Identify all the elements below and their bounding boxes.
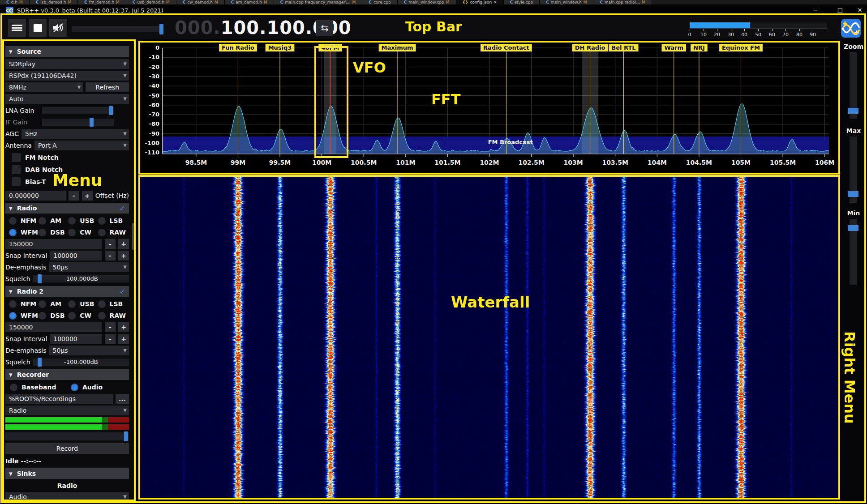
station-label[interactable]: Radio Contact [481, 44, 532, 51]
sinks-section-header[interactable]: ▼ Sinks [5, 468, 129, 479]
maximize-button[interactable]: □ [831, 4, 849, 16]
enabled-check-icon[interactable]: ✓ [120, 287, 125, 296]
source-section-header[interactable]: ▼ Source [5, 46, 129, 57]
mode-cw[interactable]: CW [68, 227, 98, 237]
bandwidth-select[interactable]: 8MHz▼ [5, 82, 83, 92]
offset-plus-button[interactable]: + [82, 191, 93, 201]
squelch-slider[interactable]: -100.000dB [33, 359, 129, 366]
station-label[interactable]: Musiq3 [266, 44, 295, 51]
station-label[interactable]: Maximum [379, 44, 416, 51]
recorder-stream-select[interactable]: Radio▼ [5, 406, 129, 415]
mode-am[interactable]: AM [39, 216, 68, 226]
deemphasis-select[interactable]: 50µs▼ [49, 346, 129, 355]
recorder-volume-handle[interactable] [124, 431, 128, 441]
snap-interval-input[interactable]: 100000 [50, 251, 102, 261]
minimize-button[interactable]: − [807, 4, 824, 16]
enabled-check-icon[interactable]: ✓ [120, 204, 125, 213]
editor-tab[interactable]: Cd.hM [0, 0, 30, 4]
max-slider-handle[interactable] [848, 191, 858, 197]
close-button[interactable]: ✕ [851, 4, 867, 16]
snap-minus-button[interactable]: - [105, 334, 116, 344]
editor-tab[interactable]: Cmain_window.hM [540, 0, 593, 4]
snap-minus-button[interactable]: - [105, 251, 116, 261]
mode-nfm[interactable]: NFM [9, 299, 39, 309]
editor-tab[interactable]: Ccore.cpp [362, 0, 397, 4]
fm-notch-checkbox[interactable] [12, 153, 21, 162]
editor-tab[interactable]: {}config.json✕ [456, 0, 504, 4]
snap-plus-button[interactable]: + [118, 334, 129, 344]
mode-usb[interactable]: USB [68, 216, 98, 226]
station-label[interactable]: Fun Radio [219, 44, 257, 51]
bandwidth-minus-button[interactable]: - [105, 239, 116, 249]
radio-section-header[interactable]: ▼Radio✓ [5, 203, 129, 214]
station-label[interactable]: Equinox FM [719, 44, 763, 51]
editor-tab[interactable]: Cam_demod.hM [225, 0, 274, 4]
lna-gain-handle[interactable] [109, 106, 113, 115]
editor-tab[interactable]: Cstyle.cpp [504, 0, 540, 4]
min-slider[interactable] [850, 219, 857, 285]
bandwidth-input[interactable]: 150000 [5, 322, 102, 332]
mode-dsb[interactable]: DSB [39, 311, 68, 320]
recorder-mode-baseband[interactable]: Baseband [10, 382, 68, 392]
editor-tab[interactable]: Cmain_window.cppM [398, 0, 456, 4]
mode-raw[interactable]: RAW [98, 311, 129, 320]
min-slider-handle[interactable] [848, 225, 858, 231]
lna-gain-slider[interactable] [42, 107, 114, 114]
mute-button[interactable] [49, 19, 67, 37]
bandwidth-input[interactable]: 150000 [5, 239, 102, 249]
zoom-slider[interactable] [850, 52, 857, 119]
mode-lsb[interactable]: LSB [98, 299, 129, 309]
mode-wfm[interactable]: WFM [9, 311, 39, 320]
station-label[interactable]: NRJ [691, 44, 708, 51]
if-gain-slider[interactable] [42, 119, 114, 126]
bandwidth-minus-button[interactable]: - [105, 322, 116, 332]
record-button[interactable]: Record [5, 443, 129, 454]
station-label[interactable]: Warm [661, 44, 686, 51]
sink-type-select[interactable]: Audio▼ [5, 492, 129, 502]
snap-plus-button[interactable]: + [118, 251, 129, 261]
bandwidth-plus-button[interactable]: + [118, 322, 129, 332]
waterfall-display[interactable] [140, 175, 839, 499]
max-slider[interactable] [850, 137, 857, 203]
editor-tab[interactable]: Cmain.cpp frequency_manager\...M [274, 0, 363, 4]
mode-dsb[interactable]: DSB [39, 227, 68, 237]
agc-select[interactable]: 5Hz▼ [21, 129, 129, 139]
mode-lsb[interactable]: LSB [98, 216, 129, 226]
menu-scrollbar[interactable] [132, 223, 134, 250]
bandwidth-plus-button[interactable]: + [118, 239, 129, 249]
fft-intensity-scale[interactable]: 0102030405060708090 [690, 21, 827, 39]
editor-tab[interactable]: Cusb_demod.hM [126, 0, 176, 4]
station-label[interactable]: Bel RTL [609, 44, 638, 51]
deemphasis-select[interactable]: 50µs▼ [49, 262, 129, 272]
squelch-slider[interactable]: -100.000dB [33, 275, 129, 282]
mode-wfm[interactable]: WFM [9, 227, 39, 237]
recorder-mode-audio[interactable]: Audio [71, 382, 129, 392]
if-gain-handle[interactable] [90, 118, 94, 127]
source-driver-select[interactable]: SDRplay▼ [5, 59, 129, 69]
browse-button[interactable]: ... [116, 394, 129, 404]
refresh-button[interactable]: Refresh [86, 82, 129, 92]
editor-tab[interactable]: Clsb_demod.hM [30, 0, 78, 4]
editor-tab[interactable]: Ccw_demod.hM [176, 0, 225, 4]
station-label[interactable]: 48FM [318, 44, 342, 51]
editor-tab[interactable]: Cmain.cpp radio\...M [593, 0, 652, 4]
volume-slider[interactable] [72, 26, 163, 32]
offset-input[interactable]: 0.000000 [5, 191, 66, 201]
recorder-section-header[interactable]: ▼ Recorder [5, 369, 129, 380]
mode-am[interactable]: AM [39, 299, 68, 309]
menu-hamburger-button[interactable] [8, 19, 26, 37]
volume-slider-handle[interactable] [159, 24, 163, 34]
dab-notch-checkbox[interactable] [12, 165, 21, 174]
antenna-select[interactable]: Port A▼ [34, 141, 129, 150]
station-label[interactable]: DH Radio [572, 44, 608, 51]
mode-usb[interactable]: USB [68, 299, 98, 309]
offset-minus-button[interactable]: - [69, 191, 79, 201]
stop-button[interactable] [29, 19, 47, 37]
bias-t-checkbox[interactable] [12, 177, 21, 186]
radio-section-header[interactable]: ▼Radio 2✓ [5, 286, 129, 297]
mode-nfm[interactable]: NFM [9, 216, 39, 226]
fft-plot[interactable]: 0-10-20-30-40-50-60-70-80-90-100-11098.5… [139, 41, 840, 175]
snap-interval-input[interactable]: 100000 [50, 334, 102, 344]
swap-vfo-button[interactable]: ⇆ [316, 20, 333, 36]
if-mode-select[interactable]: Auto▼ [5, 94, 129, 104]
